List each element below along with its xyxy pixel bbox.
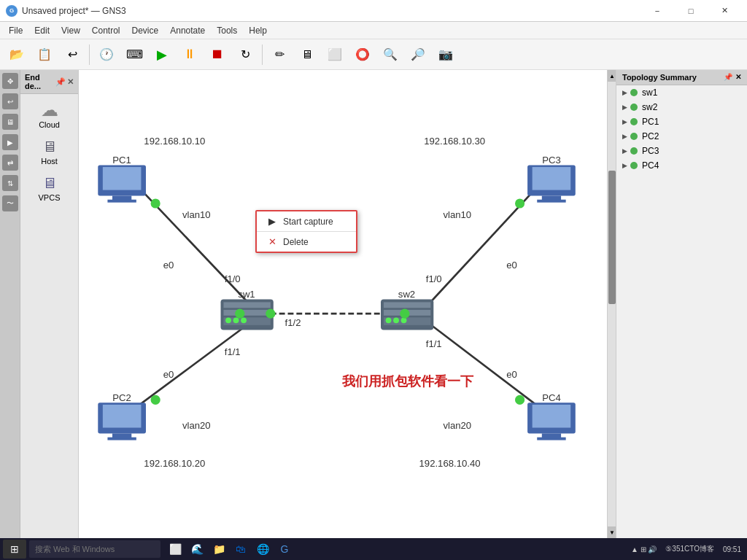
svg-text:f1/0: f1/0 xyxy=(426,273,442,284)
scroll-down-button[interactable]: ▼ xyxy=(608,526,616,538)
edge-button[interactable]: 🌊 xyxy=(187,540,207,559)
maximize-button[interactable]: □ xyxy=(674,0,708,22)
nav-move[interactable]: ✥ xyxy=(2,73,18,89)
scroll-thumb-v[interactable] xyxy=(608,171,616,304)
svg-text:e0: e0 xyxy=(506,260,517,271)
svg-text:e0: e0 xyxy=(506,369,517,380)
topo-pin-icon[interactable]: 📌 xyxy=(724,73,732,82)
menubar: File Edit View Control Device Annotate T… xyxy=(0,22,747,39)
menu-annotate[interactable]: Annotate xyxy=(164,24,211,37)
toolbar-separator-1 xyxy=(89,44,90,65)
notification-area[interactable]: ⑤351CTO博客 xyxy=(662,544,717,554)
topo-label-sw1: sw1 xyxy=(642,88,657,98)
topo-dot-pc2 xyxy=(630,133,638,140)
snapshot-button[interactable]: 🕐 xyxy=(94,42,119,67)
svg-text:PC3: PC3 xyxy=(542,155,561,166)
menu-edit[interactable]: Edit xyxy=(28,24,55,37)
host-icon: 🖥 xyxy=(38,138,61,155)
toolbar-separator-2 xyxy=(262,44,263,65)
system-tray-icons[interactable]: ▲ ⊞ 🔊 xyxy=(628,545,659,553)
vpcs-icon: 🖥 xyxy=(38,174,61,192)
nav-small-arrows[interactable]: ⇅ xyxy=(2,175,18,191)
start-button[interactable]: ⊞ xyxy=(3,540,26,559)
svg-text:vlan10: vlan10 xyxy=(443,209,471,220)
pause-button[interactable]: ⏸ xyxy=(177,42,202,67)
taskview-button[interactable]: ⬜ xyxy=(165,540,185,559)
topo-dot-sw1 xyxy=(630,89,638,96)
topology-summary-title: Topology Summary xyxy=(622,73,697,82)
nav-arrows[interactable]: ⇄ xyxy=(2,155,18,171)
topo-arrow-pc1: ▶ xyxy=(622,118,627,125)
search-input[interactable] xyxy=(29,540,160,558)
topo-item-pc4[interactable]: ▶ PC4 xyxy=(616,158,747,173)
nav-squiggle[interactable]: 〜 xyxy=(2,195,18,211)
save-button[interactable]: ↩ xyxy=(60,42,85,67)
svg-point-37 xyxy=(386,317,392,323)
app-icon: G xyxy=(6,5,18,17)
svg-text:PC2: PC2 xyxy=(112,392,131,403)
topo-label-pc3: PC3 xyxy=(642,146,659,156)
close-button[interactable]: ✕ xyxy=(708,0,741,22)
zoom-in-button[interactable]: 🔍 xyxy=(378,42,403,67)
menu-control[interactable]: Control xyxy=(86,24,126,37)
taskbar-right: ▲ ⊞ 🔊 ⑤351CTO博客 09:51 xyxy=(628,544,744,554)
nav-back[interactable]: ↩ xyxy=(2,93,18,109)
device-panel-close[interactable]: ✕ xyxy=(67,77,74,87)
topology-summary-panel: Topology Summary 📌 ✕ ▶ sw1 ▶ sw2 ▶ PC1 xyxy=(616,70,747,538)
minimize-button[interactable]: − xyxy=(640,0,674,22)
device-panel-pin[interactable]: 📌 xyxy=(55,77,66,87)
zoom-out-button[interactable]: 🔎 xyxy=(406,42,430,67)
ctx-start-capture[interactable]: ▶ Start capture xyxy=(257,211,356,231)
edge2-button[interactable]: 🌐 xyxy=(252,540,273,559)
svg-rect-26 xyxy=(223,302,270,308)
monitor-button[interactable]: 🖥 xyxy=(295,42,320,67)
svg-text:e0: e0 xyxy=(163,369,174,380)
svg-text:f1/0: f1/0 xyxy=(225,273,241,284)
scroll-up-button[interactable]: ▲ xyxy=(608,70,616,82)
topology-vscrollbar[interactable]: ▲ ▼ xyxy=(607,70,616,538)
explorer-button[interactable]: 📁 xyxy=(209,540,229,559)
svg-point-29 xyxy=(225,317,231,323)
topo-close-icon[interactable]: ✕ xyxy=(735,73,741,82)
topo-label-pc4: PC4 xyxy=(642,160,659,171)
topo-item-sw1[interactable]: ▶ sw1 xyxy=(616,85,747,100)
menu-device[interactable]: Device xyxy=(126,24,165,37)
nav-monitor[interactable]: 🖥 xyxy=(2,114,18,130)
nav-play[interactable]: ▶ xyxy=(2,134,18,150)
window-controls: − □ ✕ xyxy=(640,0,741,22)
reload-button[interactable]: ↻ xyxy=(233,42,258,67)
topo-item-pc1[interactable]: ▶ PC1 xyxy=(616,114,747,129)
svg-text:192.168.10.40: 192.168.10.40 xyxy=(419,458,481,469)
svg-rect-27 xyxy=(223,310,270,316)
rect-select-button[interactable]: ⬜ xyxy=(322,42,347,67)
topo-item-pc2[interactable]: ▶ PC2 xyxy=(616,129,747,144)
open-button[interactable]: 📂 xyxy=(4,42,29,67)
device-cloud[interactable]: ☁ Cloud xyxy=(20,97,78,133)
clock[interactable]: 09:51 xyxy=(720,545,744,553)
open-recent-button[interactable]: 📋 xyxy=(32,42,57,67)
taskbar-apps: ⬜ 🌊 📁 🛍 🌐 G xyxy=(165,540,295,559)
main-content: ✥ ↩ 🖥 ▶ ⇄ ⇅ 〜 End de... 📌 ✕ ☁ xyxy=(0,70,747,538)
screenshot-button[interactable]: 📷 xyxy=(433,42,458,67)
device-panel-title: End de... xyxy=(25,73,55,90)
ctx-start-capture-label: Start capture xyxy=(283,217,333,227)
menu-tools[interactable]: Tools xyxy=(211,24,243,37)
svg-rect-23 xyxy=(537,438,565,440)
stop-button[interactable]: ⏹ xyxy=(205,42,230,67)
svg-point-42 xyxy=(151,395,160,405)
menu-help[interactable]: Help xyxy=(243,24,273,37)
topology-area[interactable]: PC1 PC2 PC3 xyxy=(79,70,616,538)
play-button[interactable]: ▶ xyxy=(150,42,174,67)
console-button[interactable]: ⌨ xyxy=(122,42,147,67)
ellipse-button[interactable]: ⭕ xyxy=(350,42,375,67)
gns3-taskbar-button[interactable]: G xyxy=(274,540,295,559)
topo-item-sw2[interactable]: ▶ sw2 xyxy=(616,100,747,114)
menu-view[interactable]: View xyxy=(55,24,86,37)
ctx-delete[interactable]: ✕ Delete xyxy=(257,232,356,252)
menu-file[interactable]: File xyxy=(3,24,28,37)
device-host[interactable]: 🖥 Host xyxy=(20,133,78,170)
topo-item-pc3[interactable]: ▶ PC3 xyxy=(616,144,747,158)
device-vpcs[interactable]: 🖥 VPCS xyxy=(20,170,78,206)
store-button[interactable]: 🛍 xyxy=(231,540,251,559)
edit-node-button[interactable]: ✏ xyxy=(267,42,292,67)
